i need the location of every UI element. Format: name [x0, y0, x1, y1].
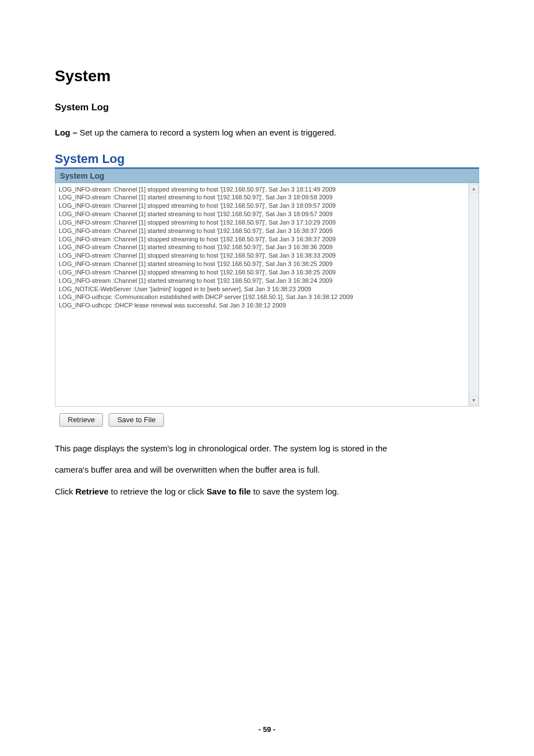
log-line: LOG_INFO-stream :Channel [1] started str… [59, 210, 465, 218]
scroll-down-icon[interactable]: ▼ [470, 396, 479, 405]
log-line: LOG_INFO-stream :Channel [1] started str… [59, 227, 465, 235]
log-line: LOG_INFO-stream :Channel [1] stopped str… [59, 268, 465, 277]
save-to-file-button[interactable]: Save to File [109, 413, 164, 427]
desc3-b1: Retrieve [76, 487, 109, 496]
intro-rest: Set up the camera to record a system log… [77, 128, 336, 137]
log-line: LOG_INFO-udhcpc :DHCP lease renewal was … [59, 301, 465, 310]
log-line: LOG_INFO-udhcpc :Communication establish… [59, 293, 465, 301]
desc3-post: to save the system log. [251, 487, 339, 496]
subsection-title: System Log [55, 102, 479, 113]
log-line: LOG_INFO-stream :Channel [1] started str… [59, 277, 465, 285]
panel-title: System Log [55, 152, 479, 166]
log-output: LOG_INFO-stream :Channel [1] stopped str… [55, 183, 469, 407]
log-line: LOG_INFO-stream :Channel [1] started str… [59, 193, 465, 202]
log-line: LOG_INFO-stream :Channel [1] stopped str… [59, 235, 465, 244]
log-line: LOG_INFO-stream :Channel [1] stopped str… [59, 185, 465, 194]
description-line-2: camera's buffer area and will be overwri… [55, 464, 479, 477]
desc3-pre: Click [55, 487, 76, 496]
log-line: LOG_INFO-stream :Channel [1] started str… [59, 243, 465, 251]
desc3-mid: to retrieve the log or click [109, 487, 207, 496]
log-line: LOG_INFO-stream :Channel [1] stopped str… [59, 251, 465, 260]
panel-header: System Log [55, 169, 479, 183]
log-line: LOG_INFO-stream :Channel [1] stopped str… [59, 202, 465, 210]
description-line-1: This page displays the system's log in c… [55, 442, 479, 455]
log-line: LOG_INFO-stream :Channel [1] started str… [59, 260, 465, 268]
log-line: LOG_NOTICE-WebServer :User '[admin]' log… [59, 285, 465, 293]
retrieve-button[interactable]: Retrieve [59, 413, 103, 427]
page-number: - 59 - [0, 725, 534, 734]
scrollbar[interactable]: ▲ ▼ [469, 183, 479, 407]
section-title: System [55, 67, 479, 85]
description-line-3: Click Retrieve to retrieve the log or cl… [55, 486, 479, 498]
intro-bold: Log – [55, 128, 77, 137]
log-line: LOG_INFO-stream :Channel [1] stopped str… [59, 218, 465, 227]
desc3-b2: Save to file [207, 487, 251, 496]
scroll-up-icon[interactable]: ▲ [470, 184, 479, 193]
intro-paragraph: Log – Set up the camera to record a syst… [55, 127, 479, 139]
